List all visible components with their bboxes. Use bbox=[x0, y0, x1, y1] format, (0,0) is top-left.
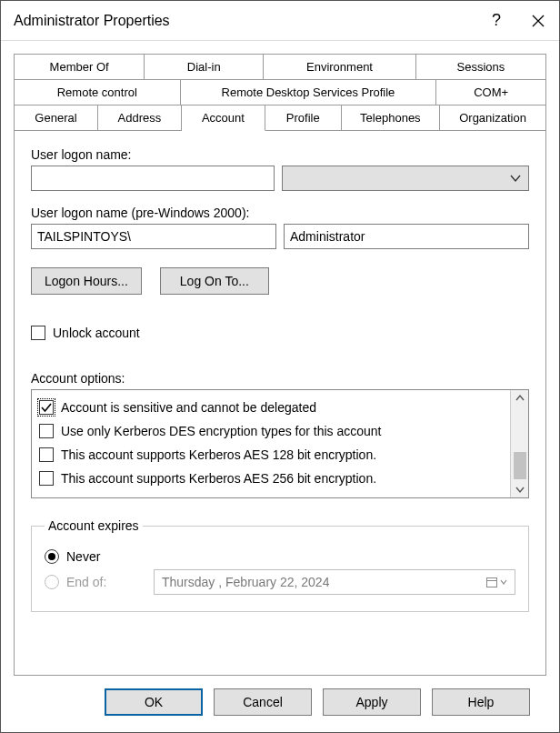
titlebar: Administrator Properties ? bbox=[1, 1, 559, 41]
tab-member-of[interactable]: Member Of bbox=[15, 55, 145, 80]
expires-date-value: Thursday , February 22, 2024 bbox=[162, 575, 329, 589]
ok-button[interactable]: OK bbox=[105, 688, 203, 716]
scroll-thumb[interactable] bbox=[514, 452, 526, 479]
unlock-account-label: Unlock account bbox=[53, 326, 140, 340]
chevron-down-icon bbox=[510, 173, 521, 184]
unlock-account-checkbox[interactable] bbox=[31, 326, 45, 340]
help-icon[interactable]: ? bbox=[475, 1, 517, 41]
option-checkbox-des[interactable] bbox=[39, 424, 54, 438]
pre2000-domain-input[interactable] bbox=[31, 224, 276, 249]
tab-remote-control[interactable]: Remote control bbox=[15, 80, 181, 105]
tab-profile[interactable]: Profile bbox=[265, 105, 342, 131]
calendar-icon bbox=[485, 576, 498, 588]
option-checkbox-aes256[interactable] bbox=[39, 471, 54, 486]
account-expires-group: Account expires Never End of: Thursday ,… bbox=[31, 518, 529, 612]
expires-endof-radio[interactable] bbox=[45, 575, 59, 589]
tab-com-plus[interactable]: COM+ bbox=[436, 80, 545, 105]
scroll-down-icon[interactable] bbox=[514, 483, 526, 496]
tab-sessions[interactable]: Sessions bbox=[416, 55, 545, 80]
list-item: This account supports Kerberos AES 128 b… bbox=[39, 443, 503, 467]
tab-remote-desktop[interactable]: Remote Desktop Services Profile bbox=[181, 80, 437, 105]
option-label: This account supports Kerberos AES 128 b… bbox=[61, 447, 376, 462]
tab-environment[interactable]: Environment bbox=[264, 55, 416, 80]
logon-name-input[interactable] bbox=[31, 166, 275, 191]
upn-suffix-dropdown[interactable] bbox=[282, 166, 529, 191]
tab-container: Member Of Dial-in Environment Sessions R… bbox=[14, 54, 546, 131]
tab-organization[interactable]: Organization bbox=[440, 105, 545, 131]
option-checkbox-aes128[interactable] bbox=[39, 447, 54, 462]
account-options-label: Account options: bbox=[31, 371, 529, 386]
chevron-down-icon bbox=[500, 578, 507, 586]
option-label: This account supports Kerberos AES 256 b… bbox=[61, 471, 376, 486]
list-item: Account is sensitive and cannot be deleg… bbox=[39, 396, 503, 419]
account-panel: User logon name: User logon name (pre-Wi… bbox=[14, 131, 546, 676]
option-label: Use only Kerberos DES encryption types f… bbox=[61, 424, 382, 438]
tab-account[interactable]: Account bbox=[182, 105, 265, 131]
cancel-button[interactable]: Cancel bbox=[214, 688, 312, 716]
svg-rect-0 bbox=[487, 578, 497, 587]
tab-dial-in[interactable]: Dial-in bbox=[145, 55, 264, 80]
list-item: Use only Kerberos DES encryption types f… bbox=[39, 419, 503, 443]
account-options-listbox: Account is sensitive and cannot be deleg… bbox=[31, 389, 529, 498]
pre2000-user-input[interactable] bbox=[284, 224, 529, 249]
tab-general[interactable]: General bbox=[15, 105, 98, 131]
close-icon[interactable] bbox=[517, 1, 559, 41]
expires-never-label: Never bbox=[66, 549, 100, 564]
options-scrollbar[interactable] bbox=[510, 390, 528, 497]
list-item: This account supports Kerberos AES 256 b… bbox=[39, 467, 503, 490]
content-area: Member Of Dial-in Environment Sessions R… bbox=[1, 41, 559, 732]
logon-pre2000-label: User logon name (pre-Windows 2000): bbox=[31, 206, 529, 220]
option-checkbox-sensitive[interactable] bbox=[39, 400, 54, 415]
log-on-to-button[interactable]: Log On To... bbox=[160, 267, 269, 295]
tab-address[interactable]: Address bbox=[98, 105, 182, 131]
help-button[interactable]: Help bbox=[432, 688, 530, 716]
apply-button[interactable]: Apply bbox=[323, 688, 421, 716]
expires-endof-label: End of: bbox=[66, 575, 146, 589]
logon-hours-button[interactable]: Logon Hours... bbox=[31, 267, 142, 295]
option-label: Account is sensitive and cannot be deleg… bbox=[61, 400, 316, 415]
expires-date-picker[interactable]: Thursday , February 22, 2024 bbox=[154, 569, 515, 595]
dialog-footer: OK Cancel Apply Help bbox=[14, 676, 546, 732]
logon-name-label: User logon name: bbox=[31, 147, 529, 162]
account-expires-legend: Account expires bbox=[45, 518, 143, 533]
properties-dialog: Administrator Properties ? Member Of Dia… bbox=[0, 0, 560, 733]
scroll-up-icon[interactable] bbox=[514, 392, 526, 405]
window-title: Administrator Properties bbox=[14, 13, 475, 29]
expires-never-radio[interactable] bbox=[45, 549, 59, 564]
tab-telephones[interactable]: Telephones bbox=[342, 105, 441, 131]
